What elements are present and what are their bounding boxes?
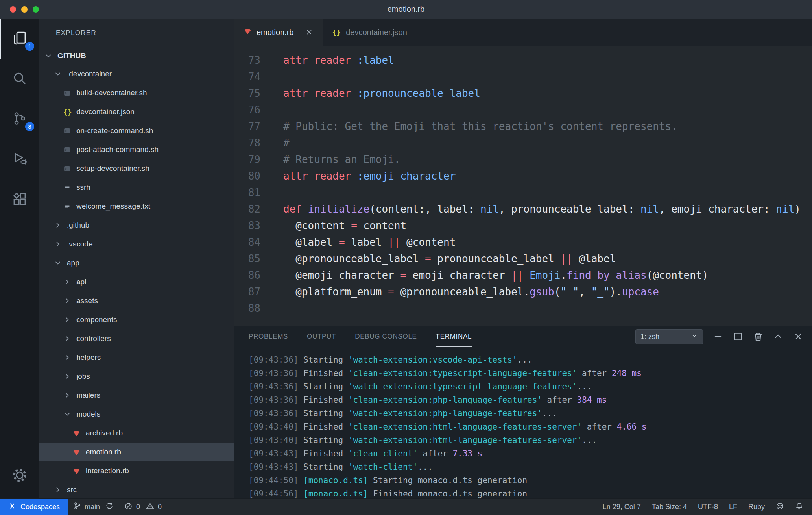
code-line-74[interactable]: 74 <box>234 69 812 85</box>
tree-folder--devcontainer[interactable]: .devcontainer <box>39 65 234 83</box>
tree-folder-jobs[interactable]: jobs <box>39 367 234 386</box>
line-number[interactable]: 77 <box>234 118 260 135</box>
new-terminal-button[interactable] <box>713 332 723 342</box>
tree-folder--github[interactable]: .github <box>39 216 234 235</box>
activity-search-button[interactable] <box>0 59 39 99</box>
code-line-86[interactable]: 86 @emoji_character = emoji_character ||… <box>234 267 812 283</box>
tab-size-button[interactable]: Tab Size: 4 <box>646 499 692 515</box>
tree-file-build-devcontainer-sh[interactable]: build-devcontainer.sh <box>39 83 234 102</box>
chevron-right-icon <box>54 240 67 248</box>
tree-folder-src[interactable]: src <box>39 480 234 498</box>
line-number[interactable]: 81 <box>234 184 260 201</box>
line-number[interactable]: 87 <box>234 283 260 300</box>
sync-button[interactable] <box>105 499 119 515</box>
code-line-77[interactable]: 77# Public: Get the Emoji that this reac… <box>234 118 812 135</box>
panel-tab-debug-console[interactable]: DEBUG CONSOLE <box>355 326 417 347</box>
code-text <box>260 184 283 201</box>
cursor-position-button[interactable]: Ln 29, Col 7 <box>597 499 646 515</box>
tree-file-welcome-message-txt[interactable]: welcome_message.txt <box>39 197 234 216</box>
tree-folder-github[interactable]: GITHUB <box>39 47 234 65</box>
code-line-81[interactable]: 81 <box>234 184 812 201</box>
tree-file-setup-devcontainer-sh[interactable]: setup-devcontainer.sh <box>39 159 234 178</box>
tree-folder-mailers[interactable]: mailers <box>39 386 234 405</box>
code-line-85[interactable]: 85 @pronounceable_label = pronounceable_… <box>234 250 812 267</box>
close-panel-button[interactable] <box>793 332 803 342</box>
tree-file-devcontainer-json[interactable]: {}devcontainer.json <box>39 102 234 121</box>
tab-devcontainer-json[interactable]: {} devcontainer.json <box>323 19 417 46</box>
tree-file-archived-rb[interactable]: archived.rb <box>39 424 234 443</box>
panel-tab-problems[interactable]: PROBLEMS <box>249 326 288 347</box>
activity-run-debug-button[interactable] <box>0 139 39 180</box>
code-line-80[interactable]: 80attr_reader :emoji_character <box>234 168 812 184</box>
line-number[interactable]: 84 <box>234 234 260 250</box>
line-number[interactable]: 79 <box>234 151 260 168</box>
code-line-82[interactable]: 82def initialize(content:, label: nil, p… <box>234 201 812 217</box>
line-number[interactable]: 83 <box>234 217 260 234</box>
zoom-window-button[interactable] <box>33 6 39 13</box>
git-branch-icon <box>73 502 81 512</box>
code-line-78[interactable]: 78# <box>234 135 812 151</box>
tree-folder-components[interactable]: components <box>39 310 234 329</box>
tree-item-label: on-create-command.sh <box>76 126 153 135</box>
tree-file-ssrh[interactable]: ssrh <box>39 178 234 197</box>
notifications-button[interactable] <box>790 499 809 515</box>
tree-file-post-attach-command-sh[interactable]: post-attach-command.sh <box>39 140 234 159</box>
tab-emotion-rb[interactable]: emotion.rb <box>234 19 323 46</box>
encoding-button[interactable]: UTF-8 <box>692 499 723 515</box>
panel-tab-output[interactable]: OUTPUT <box>307 326 336 347</box>
line-number[interactable]: 75 <box>234 85 260 102</box>
line-number[interactable]: 88 <box>234 300 260 317</box>
feedback-button[interactable] <box>770 499 790 515</box>
tree-folder-app[interactable]: app <box>39 254 234 272</box>
code-line-87[interactable]: 87 @platform_enum = @pronounceable_label… <box>234 283 812 300</box>
code-line-76[interactable]: 76 <box>234 102 812 118</box>
tree-folder-assets[interactable]: assets <box>39 291 234 310</box>
terminal-shell-select[interactable]: 1: zsh <box>635 329 703 344</box>
chevron-down-icon <box>63 410 76 418</box>
code-line-73[interactable]: 73attr_reader :label <box>234 52 812 69</box>
tree-folder-api[interactable]: api <box>39 272 234 291</box>
activity-source-control-button[interactable]: 8 <box>0 99 39 139</box>
code-line-75[interactable]: 75attr_reader :pronounceable_label <box>234 85 812 102</box>
language-mode-button[interactable]: Ruby <box>743 499 770 515</box>
line-number[interactable]: 78 <box>234 135 260 151</box>
activity-explorer-button[interactable]: 1 <box>0 19 39 59</box>
tree-item-label: build-devcontainer.sh <box>76 89 147 97</box>
tree-folder--vscode[interactable]: .vscode <box>39 235 234 254</box>
split-terminal-button[interactable] <box>733 332 743 342</box>
explorer-badge: 1 <box>25 42 34 51</box>
close-tab-icon[interactable] <box>305 28 313 36</box>
eol-button[interactable]: LF <box>723 499 743 515</box>
activity-extensions-button[interactable] <box>0 180 39 220</box>
code-line-79[interactable]: 79# Returns an Emoji. <box>234 151 812 168</box>
problems-button[interactable]: 0 0 <box>119 499 167 515</box>
line-number[interactable]: 74 <box>234 69 260 85</box>
tree-file-emotion-rb[interactable]: emotion.rb <box>39 443 234 461</box>
maximize-panel-button[interactable] <box>773 332 783 342</box>
minimize-window-button[interactable] <box>21 6 28 13</box>
shell-file-icon <box>63 165 76 172</box>
line-number[interactable]: 73 <box>234 52 260 69</box>
line-number[interactable]: 85 <box>234 250 260 267</box>
line-number[interactable]: 82 <box>234 201 260 217</box>
code-line-83[interactable]: 83 @content = content <box>234 217 812 234</box>
tree-file-interaction-rb[interactable]: interaction.rb <box>39 461 234 480</box>
tree-folder-models[interactable]: models <box>39 405 234 424</box>
code-line-84[interactable]: 84 @label = label || @content <box>234 234 812 250</box>
tree-file-on-create-command-sh[interactable]: on-create-command.sh <box>39 121 234 140</box>
tree-folder-helpers[interactable]: helpers <box>39 348 234 367</box>
terminal-output[interactable]: [09:43:36] Starting 'watch-extension:vsc… <box>234 347 812 498</box>
code-editor[interactable]: 73attr_reader :label7475attr_reader :pro… <box>234 46 812 326</box>
kill-terminal-button[interactable] <box>753 332 763 342</box>
branch-button[interactable]: main <box>68 499 105 515</box>
line-number[interactable]: 76 <box>234 102 260 118</box>
codespaces-button[interactable]: Codespaces <box>0 499 68 515</box>
tree-folder-controllers[interactable]: controllers <box>39 329 234 348</box>
line-number[interactable]: 86 <box>234 267 260 283</box>
code-line-88[interactable]: 88 <box>234 300 812 317</box>
settings-button[interactable] <box>0 456 39 496</box>
close-window-button[interactable] <box>10 6 16 13</box>
line-number[interactable]: 80 <box>234 168 260 184</box>
panel-tab-terminal[interactable]: TERMINAL <box>436 326 472 347</box>
code-text: @label = label || @content <box>260 234 456 250</box>
